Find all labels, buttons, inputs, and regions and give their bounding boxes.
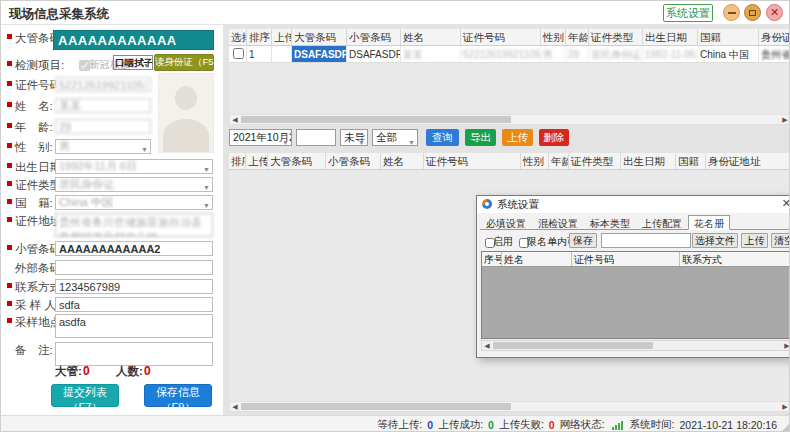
scroll-right-icon[interactable]: ▶	[780, 402, 790, 411]
dialog-clear-button[interactable]: 清空	[771, 233, 790, 248]
dialog-title: 系统设置	[497, 198, 539, 212]
column-header[interactable]: 排序	[247, 29, 272, 45]
minimize-button[interactable]	[723, 4, 740, 21]
scroll-left-icon[interactable]: ◀	[230, 115, 240, 124]
column-header[interactable]: 证件号码	[461, 29, 541, 45]
column-header[interactable]: 年龄	[549, 153, 569, 169]
column-header[interactable]: 出生日期	[621, 153, 676, 169]
age-input[interactable]	[55, 119, 151, 134]
name-input[interactable]	[55, 98, 151, 113]
required-marker	[7, 123, 12, 128]
upload-button[interactable]: 上传	[502, 129, 533, 146]
required-marker	[7, 318, 12, 323]
upload-fail-label: 上传失败:	[499, 418, 544, 432]
hscroll-thumb[interactable]	[241, 403, 511, 410]
column-header[interactable]: 证件号码	[572, 252, 680, 266]
system-settings-button[interactable]: 系统设置	[663, 4, 713, 22]
delete-button[interactable]: 删除	[539, 129, 569, 146]
choose-file-button[interactable]: 选择文件	[692, 233, 738, 248]
column-header[interactable]: 小管条码	[347, 29, 401, 45]
id-type-value: 居民身份证	[59, 178, 114, 190]
column-header[interactable]: 序号	[482, 252, 502, 266]
sex-select[interactable]: 男▼	[55, 139, 151, 154]
hscroll-thumb[interactable]	[493, 342, 653, 349]
column-header[interactable]: 上传	[272, 29, 292, 45]
maximize-button[interactable]	[744, 4, 761, 21]
column-header[interactable]: 上传	[246, 153, 268, 169]
column-header[interactable]: 大管条码	[268, 153, 326, 169]
note-textarea[interactable]	[55, 342, 213, 366]
column-header[interactable]: 国籍	[676, 153, 706, 169]
query-button[interactable]: 查询	[426, 129, 459, 146]
id-number-input[interactable]	[55, 77, 151, 92]
dialog-close-icon[interactable]: ✕	[782, 197, 790, 210]
export-button[interactable]: 导出	[465, 129, 496, 146]
date-picker[interactable]: 2021年10月21日▼	[229, 129, 292, 146]
phone-input[interactable]	[55, 279, 213, 294]
column-header[interactable]: 身份证地址	[706, 153, 790, 169]
read-id-card-button[interactable]: 读身份证（F5）	[154, 54, 214, 71]
column-header[interactable]: 证件类型	[589, 29, 643, 45]
required-marker	[7, 245, 12, 250]
save-info-button[interactable]: 保存信息（F9）	[144, 384, 212, 407]
column-header[interactable]: 选择	[229, 29, 247, 45]
nationality-select[interactable]: China 中国▼	[55, 195, 213, 210]
column-header[interactable]: 国籍	[698, 29, 759, 45]
small-tube-code-input[interactable]	[55, 241, 213, 256]
column-header[interactable]: 证件类型	[569, 153, 621, 169]
column-header[interactable]: 小管条码	[326, 153, 381, 169]
scroll-left-icon[interactable]: ◀	[482, 341, 492, 350]
column-header[interactable]: 身份证地址	[759, 29, 790, 45]
column-header[interactable]: 姓名	[502, 252, 572, 266]
required-marker	[7, 181, 12, 186]
dialog-tab[interactable]: 上传配置	[636, 215, 688, 229]
column-header[interactable]: 证件号码	[424, 153, 521, 169]
dialog-tab[interactable]: 必填设置	[480, 215, 532, 229]
scroll-left-icon[interactable]: ◀	[230, 402, 240, 411]
table-row[interactable]: 1 DSAFASDFAAAS DSAFASDFAAAS1 某某 52212619…	[229, 46, 790, 63]
column-header[interactable]: 性别	[521, 153, 549, 169]
dialog-upload-button[interactable]: 上传	[741, 233, 768, 248]
sex-cell: 男	[541, 46, 566, 62]
tube-code-cell[interactable]: DSAFASDFAAAS	[292, 46, 347, 62]
enable-checkbox-label: 启用	[493, 235, 513, 249]
id-number-cell: 522126199211051531	[461, 46, 541, 62]
dialog-tab[interactable]: 花名册	[688, 215, 730, 230]
column-header[interactable]: 出生日期	[643, 29, 698, 45]
patient-form-panel: 大管条码: 检测项目: 新冠核酸 口咽拭子▼ 读身份证（F5） 证件号码: 姓 …	[1, 25, 223, 415]
close-button[interactable]: ✕	[766, 4, 783, 21]
swab-type-select[interactable]: 口咽拭子▼	[113, 55, 153, 70]
resize-grip[interactable]	[781, 423, 790, 432]
right-panel: 选择排序上传大管条码小管条码姓名证件号码性别年龄证件类型出生日期国籍身份证地址 …	[223, 25, 790, 415]
external-code-input[interactable]	[55, 260, 213, 275]
file-path-input[interactable]	[601, 233, 691, 248]
required-marker	[7, 81, 12, 86]
id-type-select[interactable]: 居民身份证▼	[55, 177, 213, 192]
export-filter-select[interactable]: 未导▼	[340, 129, 368, 146]
column-header[interactable]: 姓名	[381, 153, 424, 169]
dialog-save-button[interactable]: 保存	[569, 233, 597, 248]
sampling-place-textarea[interactable]: asdfa	[55, 314, 213, 338]
tube-count-value: 0	[83, 364, 90, 378]
submit-list-button[interactable]: 提交列表（F7）	[51, 384, 119, 407]
tube-code-input[interactable]	[53, 30, 214, 50]
dialog-tab[interactable]: 标本类型	[584, 215, 636, 229]
scope-filter-select[interactable]: 全部▼	[372, 129, 418, 146]
column-header[interactable]: 联系方式	[680, 252, 790, 266]
column-header[interactable]: 姓名	[401, 29, 461, 45]
column-header[interactable]: 性别	[541, 29, 566, 45]
scroll-right-icon[interactable]: ▶	[780, 115, 790, 124]
row-checkbox[interactable]	[233, 48, 244, 59]
dialog-title-bar: 系统设置 ✕	[477, 196, 790, 213]
id-address-textarea[interactable]: 贵州省务川仡佬族苗族自治县黄都镇万元村中心组	[55, 213, 213, 237]
name-cell: 某某	[401, 46, 461, 62]
scroll-right-icon[interactable]: ▶	[782, 341, 790, 350]
birth-date-picker[interactable]: 1992年11月 6日▼	[55, 159, 213, 174]
column-header[interactable]: 年龄	[566, 29, 589, 45]
column-header[interactable]: 大管条码	[292, 29, 347, 45]
hscroll-thumb[interactable]	[241, 116, 511, 123]
column-header[interactable]: 排序	[229, 153, 246, 169]
dialog-tab[interactable]: 混检设置	[532, 215, 584, 229]
sampler-input[interactable]	[55, 297, 213, 312]
toolbar-search-input[interactable]	[296, 129, 336, 146]
